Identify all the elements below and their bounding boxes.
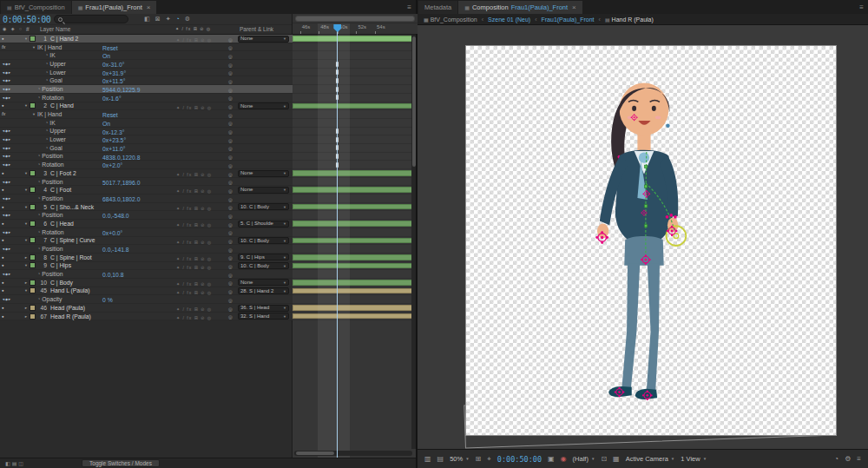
layer-name[interactable]: Hand L (Paula)	[50, 287, 89, 294]
property-value[interactable]: On	[102, 52, 110, 60]
tab-composition[interactable]: ▦ Composition Frau1(Paula)_Front ×	[458, 1, 582, 14]
keyframe-navigator[interactable]: ◄◆►	[2, 161, 11, 168]
property-row[interactable]: ◄◆►◔Lower0x+31.9°◎	[0, 69, 416, 77]
property-row[interactable]: ◄◆►◔Position5017.7,1896.0◎	[0, 178, 416, 187]
property-row[interactable]: ◄◆►◔Goal0x+11.5°◎	[0, 76, 416, 85]
visibility-toggle[interactable]: ●	[2, 313, 4, 320]
twirl-arrow[interactable]: ▼	[23, 287, 30, 294]
keyframe-navigator[interactable]: ◄◆►	[2, 94, 11, 102]
property-row[interactable]: ◄◆►◔Lower0x+23.5°◎	[0, 135, 416, 144]
property-row[interactable]: ◄◆►◔Position4838.0,1220.8◎	[0, 153, 416, 161]
graph-editor-icon[interactable]: ⚙	[185, 16, 190, 23]
duration-bar[interactable]	[293, 187, 416, 193]
stopwatch-icon[interactable]: ◔	[37, 178, 40, 186]
duration-bar[interactable]	[293, 170, 416, 176]
pickwhip-icon[interactable]: ◎	[228, 313, 233, 321]
layer-row[interactable]: ●▼5C | Sho...& Neck✦ / fx ⊞ ⊘ ◎◎10. C | …	[0, 203, 416, 212]
layer-name[interactable]: C | Sho...& Neck	[50, 203, 94, 211]
property-value[interactable]: 0x+31.9°	[102, 69, 126, 77]
motion-blur-icon[interactable]: ◔	[176, 16, 180, 23]
camera-dropdown[interactable]: Active Camera▼	[626, 455, 675, 463]
time-navigator[interactable]	[295, 16, 415, 22]
property-value[interactable]: 0x+11.5°	[102, 77, 126, 85]
layer-name[interactable]: C | Foot 2	[50, 169, 76, 177]
property-name[interactable]: Position	[42, 152, 62, 160]
duration-bar[interactable]	[293, 280, 416, 286]
close-tab-icon[interactable]: ×	[572, 3, 576, 11]
search-box[interactable]	[54, 15, 128, 23]
parent-dropdown[interactable]: 10. C | Body▼	[238, 237, 289, 244]
twirl-arrow[interactable]: ▼	[30, 43, 37, 51]
property-name[interactable]: Opacity	[42, 295, 62, 303]
visibility-toggle[interactable]: ●	[2, 304, 4, 312]
property-name[interactable]: Position	[42, 194, 62, 202]
property-value[interactable]: On	[102, 120, 110, 128]
footer-icon-2[interactable]: ◫	[17, 461, 24, 466]
property-value[interactable]: 0.0,-141.8	[102, 246, 129, 254]
label-color-chip[interactable]	[30, 287, 36, 293]
twirl-arrow[interactable]: ▼	[23, 236, 30, 244]
property-name[interactable]: Position	[42, 178, 62, 186]
visibility-toggle[interactable]: ●	[2, 203, 4, 211]
property-row[interactable]: ◄◆►◔Rotation0x-1.6°◎	[0, 94, 416, 102]
tab-frau1-paula-front[interactable]: ▦ Frau1(Paula)_Front ×	[72, 1, 157, 14]
property-value[interactable]: 5944.0,1225.9	[102, 86, 140, 94]
stopwatch-icon[interactable]: ◔	[37, 295, 40, 303]
layer-switches[interactable]: ✦ / fx ⊞ ⊘ ◎	[176, 314, 212, 322]
visibility-toggle[interactable]: ●	[2, 287, 4, 294]
property-value[interactable]: 0x-31.0°	[102, 61, 124, 69]
label-color-chip[interactable]	[30, 36, 36, 42]
keyframe-navigator[interactable]: ◄◆►	[2, 228, 11, 236]
keyframe-navigator[interactable]: ◄◆►	[2, 295, 11, 303]
property-row[interactable]: ◄◆►◔Position5944.0,1225.9◎	[0, 85, 416, 94]
parent-dropdown[interactable]: None▼	[238, 102, 289, 109]
property-row[interactable]: ◄◆►◔Upper0x-12.3°◎	[0, 128, 416, 136]
property-value[interactable]: 0x+23.5°	[102, 136, 126, 144]
parent-dropdown[interactable]: None▼	[238, 279, 289, 286]
layer-row[interactable]: ●►46Head (Paula)✦ / fx ⊞ ⊘ ◎◎36. S | Hea…	[0, 304, 416, 313]
breadcrumb-item[interactable]: ▤Hand R (Paula)	[605, 16, 654, 23]
footer-icon-0[interactable]: ◧	[4, 461, 11, 466]
composition-mini-flowchart-icon[interactable]: ◧	[144, 16, 150, 23]
stopwatch-icon[interactable]: ◔	[45, 76, 48, 84]
duration-bar[interactable]	[293, 204, 416, 210]
layer-row[interactable]: ●▼2C | Hand✦ / fx ⊞ ⊘ ◎◎None▼	[0, 102, 416, 111]
parent-dropdown[interactable]: 10. C | Body▼	[238, 262, 289, 269]
property-value[interactable]: 0x+11.0°	[102, 145, 126, 153]
duration-bar[interactable]	[293, 254, 416, 260]
layer-row[interactable]: ●►67Head R (Paula)✦ / fx ⊞ ⊘ ◎◎32. S | H…	[0, 313, 416, 321]
label-color-chip[interactable]	[30, 237, 36, 243]
show-channel-icon[interactable]: ◉	[561, 455, 567, 463]
twirl-arrow[interactable]: ▼	[23, 35, 30, 43]
twirl-arrow[interactable]: ►	[23, 254, 30, 261]
current-time-display[interactable]: 0:00:50:00	[3, 15, 50, 24]
duration-bar[interactable]	[293, 305, 416, 311]
twirl-arrow[interactable]: ▼	[23, 261, 30, 269]
property-row[interactable]: ◔IKOn◎	[0, 119, 416, 128]
twirl-arrow[interactable]: ▼	[23, 102, 30, 109]
stopwatch-icon[interactable]: ◔	[37, 85, 40, 93]
preview-time[interactable]: 0:00:50:00	[497, 455, 542, 464]
mask-visibility-icon[interactable]: ⌖	[487, 455, 491, 464]
parent-dropdown[interactable]: None▼	[238, 36, 289, 43]
frame-blending-icon[interactable]: ✦	[166, 16, 171, 23]
property-value[interactable]: 0x-1.6°	[102, 95, 122, 102]
resolution-dropdown[interactable]: (Half)▼	[573, 455, 595, 463]
property-name[interactable]: Lower	[49, 69, 66, 76]
vertical-scrollbar[interactable]	[411, 35, 416, 449]
property-value[interactable]: 0x+2.0°	[102, 161, 122, 169]
property-name[interactable]: Position	[42, 85, 62, 93]
keyframe-navigator[interactable]: ◄◆►	[2, 270, 11, 278]
panel-menu-icon[interactable]: ≡	[857, 455, 861, 463]
property-row[interactable]: ◄◆►◔Rotation0x+2.0°◎	[0, 161, 416, 169]
label-color-chip[interactable]	[30, 102, 36, 109]
property-name[interactable]: IK	[49, 119, 55, 127]
composition-artboard[interactable]	[466, 46, 836, 435]
layer-row[interactable]: ●►10C | Body✦ / fx ⊞ ⊘ ◎◎None▼	[0, 279, 416, 287]
keyframe-navigator[interactable]: ◄◆►	[2, 127, 11, 135]
scrollbar-thumb[interactable]	[296, 452, 334, 455]
property-name[interactable]: Rotation	[42, 161, 63, 168]
draft-3d-icon[interactable]: ⊠	[155, 16, 161, 23]
label-color-chip[interactable]	[30, 170, 36, 176]
property-row[interactable]: ◄◆►◔Upper0x-31.0°◎	[0, 60, 416, 69]
